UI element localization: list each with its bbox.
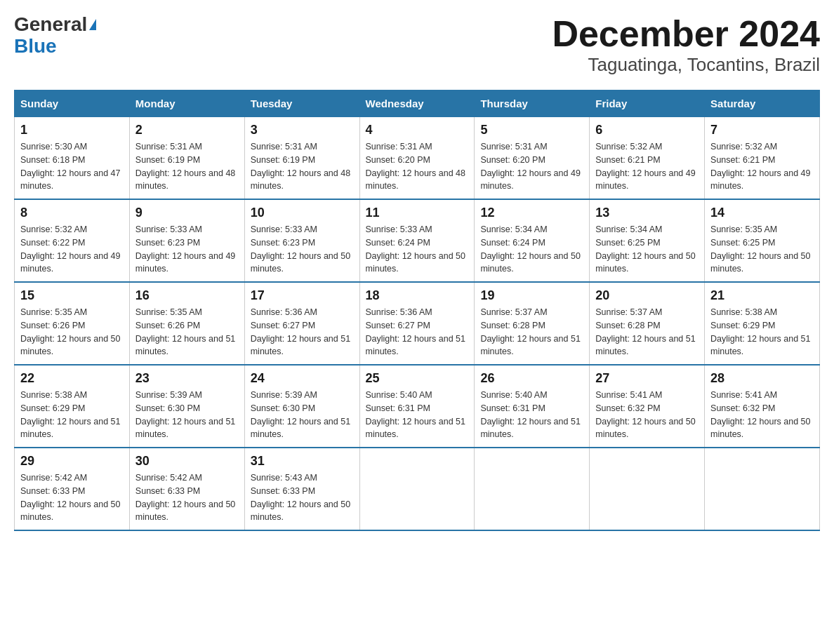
day-number: 31 [251, 454, 354, 469]
day-info: Sunrise: 5:33 AM Sunset: 6:23 PM Dayligh… [135, 223, 239, 276]
day-number: 16 [135, 288, 239, 303]
header-cell-sunday: Sunday [15, 90, 130, 117]
day-info: Sunrise: 5:40 AM Sunset: 6:31 PM Dayligh… [366, 389, 469, 441]
day-number: 29 [20, 454, 124, 469]
day-number: 9 [135, 206, 239, 220]
calendar-title: December 2024 [552, 14, 820, 54]
day-info: Sunrise: 5:38 AM Sunset: 6:29 PM Dayligh… [710, 306, 814, 358]
day-info: Sunrise: 5:32 AM Sunset: 6:22 PM Dayligh… [20, 223, 124, 276]
calendar-table: SundayMondayTuesdayWednesdayThursdayFrid… [14, 90, 820, 531]
day-cell: 12 Sunrise: 5:34 AM Sunset: 6:24 PM Dayl… [475, 199, 590, 282]
day-number: 25 [366, 371, 469, 386]
day-cell: 27 Sunrise: 5:41 AM Sunset: 6:32 PM Dayl… [590, 365, 705, 448]
day-number: 23 [135, 371, 239, 386]
day-number: 21 [710, 288, 814, 303]
title-block: December 2024 Taguatinga, Tocantins, Bra… [552, 14, 820, 76]
day-info: Sunrise: 5:30 AM Sunset: 6:18 PM Dayligh… [20, 140, 124, 193]
day-cell: 20 Sunrise: 5:37 AM Sunset: 6:28 PM Dayl… [590, 282, 705, 365]
day-cell: 18 Sunrise: 5:36 AM Sunset: 6:27 PM Dayl… [359, 282, 475, 365]
day-cell: 10 Sunrise: 5:33 AM Sunset: 6:23 PM Dayl… [244, 199, 359, 282]
day-number: 6 [595, 123, 699, 137]
day-cell: 17 Sunrise: 5:36 AM Sunset: 6:27 PM Dayl… [244, 282, 359, 365]
day-number: 12 [480, 206, 583, 220]
day-cell: 9 Sunrise: 5:33 AM Sunset: 6:23 PM Dayli… [129, 199, 244, 282]
day-cell: 29 Sunrise: 5:42 AM Sunset: 6:33 PM Dayl… [15, 448, 130, 530]
calendar-header: SundayMondayTuesdayWednesdayThursdayFrid… [15, 90, 820, 117]
day-cell: 21 Sunrise: 5:38 AM Sunset: 6:29 PM Dayl… [705, 282, 820, 365]
day-cell: 15 Sunrise: 5:35 AM Sunset: 6:26 PM Dayl… [15, 282, 130, 365]
header-cell-monday: Monday [129, 90, 244, 117]
day-number: 8 [20, 206, 124, 220]
day-cell: 22 Sunrise: 5:38 AM Sunset: 6:29 PM Dayl… [15, 365, 130, 448]
day-cell: 24 Sunrise: 5:39 AM Sunset: 6:30 PM Dayl… [244, 365, 359, 448]
day-cell: 6 Sunrise: 5:32 AM Sunset: 6:21 PM Dayli… [590, 117, 705, 200]
day-number: 18 [366, 288, 469, 303]
day-info: Sunrise: 5:33 AM Sunset: 6:24 PM Dayligh… [366, 223, 469, 276]
day-cell: 26 Sunrise: 5:40 AM Sunset: 6:31 PM Dayl… [475, 365, 590, 448]
day-info: Sunrise: 5:33 AM Sunset: 6:23 PM Dayligh… [251, 223, 354, 276]
day-cell: 31 Sunrise: 5:43 AM Sunset: 6:33 PM Dayl… [244, 448, 359, 530]
logo: General Blue [14, 14, 96, 58]
day-number: 7 [710, 123, 814, 137]
day-cell [475, 448, 590, 530]
calendar-body: 1 Sunrise: 5:30 AM Sunset: 6:18 PM Dayli… [15, 117, 820, 531]
day-number: 26 [480, 371, 583, 386]
day-info: Sunrise: 5:41 AM Sunset: 6:32 PM Dayligh… [710, 389, 814, 441]
week-row-5: 29 Sunrise: 5:42 AM Sunset: 6:33 PM Dayl… [15, 448, 820, 530]
day-number: 24 [251, 371, 354, 386]
day-number: 20 [595, 288, 699, 303]
day-number: 10 [251, 206, 354, 220]
page-header: General Blue December 2024 Taguatinga, T… [14, 14, 820, 76]
day-number: 5 [480, 123, 583, 137]
day-number: 30 [135, 454, 239, 469]
day-number: 2 [135, 123, 239, 137]
week-row-4: 22 Sunrise: 5:38 AM Sunset: 6:29 PM Dayl… [15, 365, 820, 448]
week-row-2: 8 Sunrise: 5:32 AM Sunset: 6:22 PM Dayli… [15, 199, 820, 282]
day-number: 19 [480, 288, 583, 303]
week-row-3: 15 Sunrise: 5:35 AM Sunset: 6:26 PM Dayl… [15, 282, 820, 365]
header-cell-saturday: Saturday [705, 90, 820, 117]
logo-blue-text: Blue [14, 36, 57, 58]
day-info: Sunrise: 5:35 AM Sunset: 6:25 PM Dayligh… [710, 223, 814, 276]
day-cell: 11 Sunrise: 5:33 AM Sunset: 6:24 PM Dayl… [359, 199, 475, 282]
day-cell: 23 Sunrise: 5:39 AM Sunset: 6:30 PM Dayl… [129, 365, 244, 448]
day-info: Sunrise: 5:38 AM Sunset: 6:29 PM Dayligh… [20, 389, 124, 441]
day-info: Sunrise: 5:35 AM Sunset: 6:26 PM Dayligh… [20, 306, 124, 358]
day-number: 11 [366, 206, 469, 220]
header-cell-friday: Friday [590, 90, 705, 117]
day-cell: 30 Sunrise: 5:42 AM Sunset: 6:33 PM Dayl… [129, 448, 244, 530]
day-info: Sunrise: 5:39 AM Sunset: 6:30 PM Dayligh… [251, 389, 354, 441]
week-row-1: 1 Sunrise: 5:30 AM Sunset: 6:18 PM Dayli… [15, 117, 820, 200]
day-cell: 3 Sunrise: 5:31 AM Sunset: 6:19 PM Dayli… [244, 117, 359, 200]
day-info: Sunrise: 5:32 AM Sunset: 6:21 PM Dayligh… [710, 140, 814, 193]
day-number: 15 [20, 288, 124, 303]
day-cell: 14 Sunrise: 5:35 AM Sunset: 6:25 PM Dayl… [705, 199, 820, 282]
day-info: Sunrise: 5:37 AM Sunset: 6:28 PM Dayligh… [595, 306, 699, 358]
day-cell [590, 448, 705, 530]
day-cell: 1 Sunrise: 5:30 AM Sunset: 6:18 PM Dayli… [15, 117, 130, 200]
day-number: 13 [595, 206, 699, 220]
day-cell: 2 Sunrise: 5:31 AM Sunset: 6:19 PM Dayli… [129, 117, 244, 200]
day-info: Sunrise: 5:32 AM Sunset: 6:21 PM Dayligh… [595, 140, 699, 193]
header-cell-wednesday: Wednesday [359, 90, 475, 117]
day-info: Sunrise: 5:36 AM Sunset: 6:27 PM Dayligh… [251, 306, 354, 358]
day-info: Sunrise: 5:42 AM Sunset: 6:33 PM Dayligh… [20, 471, 124, 524]
day-cell: 8 Sunrise: 5:32 AM Sunset: 6:22 PM Dayli… [15, 199, 130, 282]
day-info: Sunrise: 5:40 AM Sunset: 6:31 PM Dayligh… [480, 389, 583, 441]
day-cell: 5 Sunrise: 5:31 AM Sunset: 6:20 PM Dayli… [475, 117, 590, 200]
day-number: 27 [595, 371, 699, 386]
day-info: Sunrise: 5:31 AM Sunset: 6:19 PM Dayligh… [135, 140, 239, 193]
day-info: Sunrise: 5:34 AM Sunset: 6:25 PM Dayligh… [595, 223, 699, 276]
header-cell-tuesday: Tuesday [244, 90, 359, 117]
day-info: Sunrise: 5:34 AM Sunset: 6:24 PM Dayligh… [480, 223, 583, 276]
day-cell: 13 Sunrise: 5:34 AM Sunset: 6:25 PM Dayl… [590, 199, 705, 282]
day-info: Sunrise: 5:35 AM Sunset: 6:26 PM Dayligh… [135, 306, 239, 358]
day-number: 3 [251, 123, 354, 137]
day-info: Sunrise: 5:42 AM Sunset: 6:33 PM Dayligh… [135, 471, 239, 524]
day-info: Sunrise: 5:31 AM Sunset: 6:20 PM Dayligh… [480, 140, 583, 193]
day-info: Sunrise: 5:36 AM Sunset: 6:27 PM Dayligh… [366, 306, 469, 358]
day-info: Sunrise: 5:43 AM Sunset: 6:33 PM Dayligh… [251, 471, 354, 524]
day-cell: 4 Sunrise: 5:31 AM Sunset: 6:20 PM Dayli… [359, 117, 475, 200]
header-row: SundayMondayTuesdayWednesdayThursdayFrid… [15, 90, 820, 117]
day-info: Sunrise: 5:37 AM Sunset: 6:28 PM Dayligh… [480, 306, 583, 358]
